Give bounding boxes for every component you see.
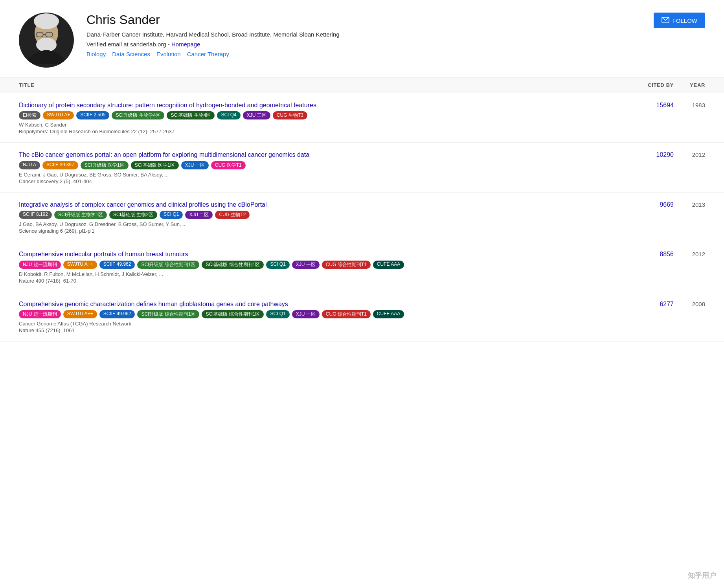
paper-content: Dictionary of protein secondary structur… <box>19 101 611 134</box>
tag[interactable]: SWJTU A+ <box>43 111 74 119</box>
topic-link[interactable]: Biology <box>86 51 106 57</box>
tag[interactable]: NJU A <box>19 161 40 169</box>
paper-content: Comprehensive genomic characterization d… <box>19 300 611 333</box>
paper-title[interactable]: Comprehensive molecular portraits of hum… <box>19 251 188 257</box>
follow-label: FOLLOW <box>673 17 697 24</box>
tag[interactable]: SCI Q4 <box>217 111 240 119</box>
tag[interactable]: SCI升级版 综合性期刊1区 <box>137 310 199 318</box>
tag[interactable]: SCIIF 2.505 <box>76 111 109 119</box>
tag[interactable]: SWJTU A++ <box>63 261 97 269</box>
papers-list: Dictionary of protein secondary structur… <box>0 93 724 342</box>
paper-journal: Nature 490 (7418), 61-70 <box>19 278 611 284</box>
paper-cited-count[interactable]: 15694 <box>611 101 674 109</box>
tag[interactable]: CUG 生物T3 <box>273 111 307 119</box>
table-row: Dictionary of protein secondary structur… <box>0 93 724 143</box>
paper-journal: Cancer discovery 2 (5), 401-404 <box>19 178 611 184</box>
table-header: TITLE CITED BY YEAR <box>0 77 724 93</box>
table-row: The cBio cancer genomics portal: an open… <box>0 143 724 192</box>
paper-title[interactable]: Dictionary of protein secondary structur… <box>19 102 316 108</box>
paper-cited-count[interactable]: 9669 <box>611 200 674 208</box>
tag[interactable]: XJU 三区 <box>243 111 270 119</box>
email-prefix: Verified email at sanderlab.org - <box>86 41 171 48</box>
topic-link[interactable]: Evolution <box>156 51 181 57</box>
paper-year: 2012 <box>674 250 705 257</box>
paper-year: 2013 <box>674 200 705 208</box>
paper-title[interactable]: The cBio cancer genomics portal: an open… <box>19 151 309 158</box>
tags-row: SCIIF 8.192SCI升级版 生物学1区SCI基础版 生物2区SCI Q1… <box>19 211 611 219</box>
col-title-header: TITLE <box>19 82 611 88</box>
tag[interactable]: XJU 二区 <box>185 211 213 219</box>
tags-row: NJU 超一流期刊SWJTU A++SCIIF 49.962SCI升级版 综合性… <box>19 261 611 269</box>
mail-icon <box>662 17 669 24</box>
paper-content: The cBio cancer genomics portal: an open… <box>19 151 611 184</box>
paper-title[interactable]: Integrative analysis of complex cancer g… <box>19 201 267 208</box>
tag[interactable]: SCI基础版 生物2区 <box>109 211 157 219</box>
tag[interactable]: CUFE AAA <box>373 261 404 269</box>
table-row: Comprehensive genomic characterization d… <box>0 292 724 342</box>
tag[interactable]: SCI升级版 医学1区 <box>81 161 129 169</box>
col-cited-header: CITED BY <box>611 82 674 88</box>
tag[interactable]: SCIIF 8.192 <box>19 211 52 219</box>
paper-authors: E Cerami, J Gao, U Dogrusoz, BE Gross, S… <box>19 172 611 178</box>
tag[interactable]: SCI基础版 综合性期刊1区 <box>202 261 264 269</box>
table-row: Comprehensive molecular portraits of hum… <box>0 242 724 292</box>
paper-content: Integrative analysis of complex cancer g… <box>19 200 611 234</box>
profile-section: Chris Sander Dana-Farber Cancer Institut… <box>0 0 724 77</box>
tag[interactable]: SCI Q1 <box>266 310 289 318</box>
tag[interactable]: SCI升级版 综合性期刊1区 <box>137 261 199 269</box>
tag[interactable]: SCIIF 39.397 <box>42 161 78 169</box>
svg-point-5 <box>36 38 57 52</box>
svg-point-4 <box>34 13 59 29</box>
tag[interactable]: SCI基础版 生物4区 <box>167 111 215 119</box>
paper-cited-count[interactable]: 6277 <box>611 300 674 308</box>
tags-row: NJU ASCIIF 39.397SCI升级版 医学1区SCI基础版 医学1区X… <box>19 161 611 169</box>
tag[interactable]: SCI升级版 生物学1区 <box>54 211 107 219</box>
tags-row: EI检索SWJTU A+SCIIF 2.505SCI升级版 生物学4区SCI基础… <box>19 111 611 119</box>
tag[interactable]: CUG 医学T1 <box>211 161 246 169</box>
tag[interactable]: CUG 生物T2 <box>215 211 250 219</box>
profile-topics: BiologyData SciencesEvolutionCancer Ther… <box>86 51 641 57</box>
paper-journal: Nature 455 (7216), 1061 <box>19 327 611 333</box>
tag[interactable]: XJU 一区 <box>181 161 209 169</box>
col-year-header: YEAR <box>674 82 705 88</box>
tag[interactable]: XJU 一区 <box>292 261 320 269</box>
profile-info: Chris Sander Dana-Farber Cancer Institut… <box>86 13 641 57</box>
paper-cited-count[interactable]: 8856 <box>611 250 674 258</box>
tag[interactable]: CUFE AAA <box>373 310 404 318</box>
paper-title[interactable]: Comprehensive genomic characterization d… <box>19 301 288 307</box>
topic-link[interactable]: Data Sciences <box>112 51 150 57</box>
follow-button[interactable]: FOLLOW <box>654 13 705 28</box>
paper-journal: Science signaling 6 (269), pl1-pl1 <box>19 228 611 234</box>
tag[interactable]: SWJTU A++ <box>63 310 97 318</box>
paper-year: 1983 <box>674 101 705 108</box>
paper-content: Comprehensive molecular portraits of hum… <box>19 250 611 283</box>
tag[interactable]: SCI升级版 生物学4区 <box>112 111 164 119</box>
tag[interactable]: NJU 超一流期刊 <box>19 261 61 269</box>
tag[interactable]: SCI Q1 <box>266 261 289 269</box>
paper-cited-count[interactable]: 10290 <box>611 151 674 158</box>
paper-authors: D Koboldt, R Fulton, M McLellan, H Schmi… <box>19 271 611 277</box>
tag[interactable]: SCI基础版 医学1区 <box>131 161 179 169</box>
profile-email: Verified email at sanderlab.org - Homepa… <box>86 41 641 48</box>
tag[interactable]: SCI基础版 综合性期刊1区 <box>202 310 264 318</box>
paper-authors: Cancer Genome Atlas (TCGA) Research Netw… <box>19 321 611 327</box>
paper-journal: Biopolymers: Original Research on Biomol… <box>19 129 611 134</box>
topic-link[interactable]: Cancer Therapy <box>187 51 229 57</box>
tag[interactable]: SCI Q1 <box>160 211 183 219</box>
tag[interactable]: SCIIF 49.962 <box>99 310 135 318</box>
profile-affiliation: Dana-Farber Cancer Institute, Harvard Me… <box>86 30 641 39</box>
tag[interactable]: CUG 综合性期刊T1 <box>322 310 371 318</box>
paper-year: 2012 <box>674 151 705 158</box>
paper-authors: J Gao, BA Aksoy, U Dogrusoz, G Dresdner,… <box>19 221 611 227</box>
tag[interactable]: EI检索 <box>19 111 40 119</box>
tag[interactable]: NJU 超一流期刊 <box>19 310 61 318</box>
profile-name: Chris Sander <box>86 13 641 27</box>
tag[interactable]: CUG 综合性期刊T1 <box>322 261 371 269</box>
tag[interactable]: SCIIF 49.962 <box>99 261 135 269</box>
homepage-link[interactable]: Homepage <box>171 41 200 48</box>
paper-authors: W Kabsch, C Sander <box>19 122 611 128</box>
avatar <box>19 13 74 68</box>
paper-year: 2008 <box>674 300 705 307</box>
tags-row: NJU 超一流期刊SWJTU A++SCIIF 49.962SCI升级版 综合性… <box>19 310 611 318</box>
tag[interactable]: XJU 一区 <box>292 310 320 318</box>
